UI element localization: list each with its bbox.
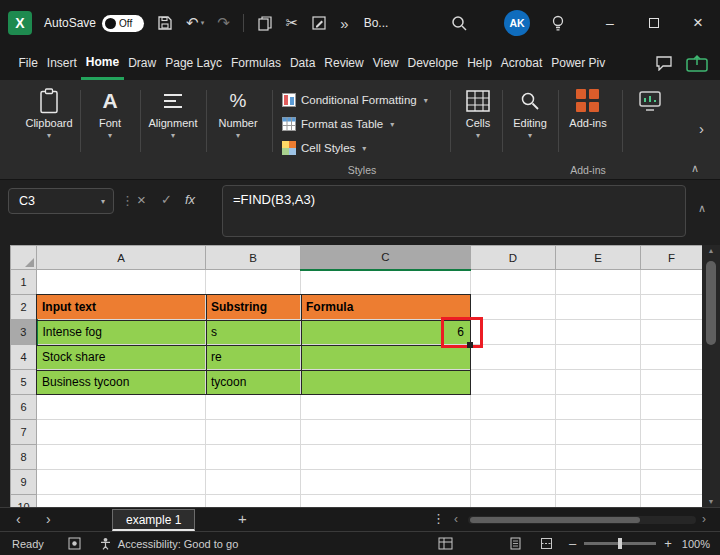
- horizontal-scrollbar-thumb[interactable]: [470, 517, 640, 523]
- cell-C10[interactable]: [301, 495, 471, 508]
- cell-F3[interactable]: [641, 320, 703, 345]
- insert-function-button[interactable]: fx: [185, 192, 195, 207]
- redo-button[interactable]: ↷: [217, 14, 230, 32]
- cell-D2[interactable]: [471, 295, 556, 320]
- zoom-out-button[interactable]: –: [569, 536, 576, 551]
- cell-B7[interactable]: [206, 420, 301, 445]
- cell-E9[interactable]: [556, 470, 641, 495]
- cell-D4[interactable]: [471, 345, 556, 370]
- cell-E8[interactable]: [556, 445, 641, 470]
- cell-F6[interactable]: [641, 395, 703, 420]
- cell-A8[interactable]: [37, 445, 206, 470]
- tab-developer[interactable]: Develope: [403, 46, 463, 80]
- alignment-group-button[interactable]: Alignment ▾: [144, 87, 202, 140]
- cell-F4[interactable]: [641, 345, 703, 370]
- cell-E3[interactable]: [556, 320, 641, 345]
- collapse-ribbon-icon[interactable]: ∧: [691, 162, 699, 175]
- comment-button[interactable]: [655, 55, 673, 71]
- cell-E10[interactable]: [556, 495, 641, 508]
- share-button[interactable]: [686, 54, 708, 72]
- tab-home[interactable]: Home: [81, 46, 123, 80]
- zoom-level-label[interactable]: 100%: [682, 538, 710, 550]
- col-header-B[interactable]: B: [206, 246, 301, 270]
- cell-B10[interactable]: [206, 495, 301, 508]
- row-header-5[interactable]: 5: [11, 370, 37, 395]
- draw-tool-button[interactable]: [311, 15, 327, 31]
- hscroll-left-icon[interactable]: ‹: [454, 512, 458, 526]
- format-as-table-button[interactable]: Format as Table ▾: [282, 114, 394, 134]
- hscroll-right-icon[interactable]: ›: [702, 512, 706, 526]
- cell-B2[interactable]: Substring: [206, 295, 301, 320]
- name-box[interactable]: C3 ▾: [8, 188, 114, 214]
- row-header-3[interactable]: 3: [11, 320, 37, 345]
- cell-F8[interactable]: [641, 445, 703, 470]
- cell-E5[interactable]: [556, 370, 641, 395]
- cell-D5[interactable]: [471, 370, 556, 395]
- clipboard-group-button[interactable]: Clipboard ▾: [20, 87, 78, 140]
- sheet-nav-right-icon[interactable]: ›: [46, 511, 51, 527]
- cell-E6[interactable]: [556, 395, 641, 420]
- cell-E7[interactable]: [556, 420, 641, 445]
- cell-F7[interactable]: [641, 420, 703, 445]
- tab-formulas[interactable]: Formulas: [226, 46, 285, 80]
- row-header-4[interactable]: 4: [11, 345, 37, 370]
- cells-group-button[interactable]: Cells ▾: [456, 87, 500, 140]
- tab-draw[interactable]: Draw: [124, 46, 161, 80]
- cell-B1[interactable]: [206, 270, 301, 295]
- more-commands-button[interactable]: »: [340, 15, 348, 32]
- editing-group-button[interactable]: Editing ▾: [506, 87, 554, 140]
- cell-C4[interactable]: [301, 345, 471, 370]
- cell-C5[interactable]: [301, 370, 471, 395]
- cell-B3[interactable]: s: [206, 320, 301, 345]
- tab-help[interactable]: Help: [463, 46, 497, 80]
- cell-F10[interactable]: [641, 495, 703, 508]
- conditional-formatting-button[interactable]: Conditional Formatting ▾: [282, 90, 428, 110]
- normal-view-button[interactable]: [438, 537, 453, 550]
- cancel-button[interactable]: ×: [137, 191, 146, 208]
- formula-input[interactable]: =FIND(B3,A3): [222, 185, 686, 237]
- cell-C9[interactable]: [301, 470, 471, 495]
- cell-D10[interactable]: [471, 495, 556, 508]
- vertical-scrollbar[interactable]: ▲ ▼: [702, 245, 720, 507]
- page-layout-view-button[interactable]: [509, 537, 522, 550]
- sheet-tab[interactable]: example 1: [112, 509, 195, 531]
- cell-C8[interactable]: [301, 445, 471, 470]
- cell-E1[interactable]: [556, 270, 641, 295]
- tell-me-button[interactable]: [550, 14, 566, 32]
- number-group-button[interactable]: % Number ▾: [210, 87, 266, 140]
- scroll-down-icon[interactable]: ▼: [702, 498, 720, 505]
- save-button[interactable]: [157, 15, 173, 31]
- cell-styles-button[interactable]: Cell Styles ▾: [282, 138, 366, 158]
- cell-A4[interactable]: Stock share: [37, 345, 206, 370]
- minimize-button[interactable]: –: [588, 0, 632, 46]
- zoom-in-button[interactable]: +: [664, 536, 672, 551]
- accessibility-checker-button[interactable]: Accessibility: Good to go: [99, 537, 238, 550]
- tab-file[interactable]: File: [14, 46, 42, 80]
- tab-view[interactable]: View: [368, 46, 403, 80]
- row-header-9[interactable]: 9: [11, 470, 37, 495]
- tab-review[interactable]: Review: [320, 46, 368, 80]
- avatar[interactable]: AK: [504, 10, 530, 36]
- row-header-8[interactable]: 8: [11, 445, 37, 470]
- cell-D6[interactable]: [471, 395, 556, 420]
- cell-A6[interactable]: [37, 395, 206, 420]
- cell-F5[interactable]: [641, 370, 703, 395]
- tab-insert[interactable]: Insert: [42, 46, 81, 80]
- cell-A7[interactable]: [37, 420, 206, 445]
- cell-A3[interactable]: Intense fog: [37, 320, 206, 345]
- cell-B9[interactable]: [206, 470, 301, 495]
- cell-D3[interactable]: [471, 320, 556, 345]
- copy-button[interactable]: [257, 15, 273, 31]
- horizontal-scrollbar[interactable]: [468, 516, 696, 524]
- fill-handle[interactable]: [467, 342, 473, 348]
- excel-logo-icon[interactable]: X: [8, 11, 32, 35]
- close-button[interactable]: ×: [676, 0, 720, 46]
- cell-A1[interactable]: [37, 270, 206, 295]
- cell-D9[interactable]: [471, 470, 556, 495]
- cell-D1[interactable]: [471, 270, 556, 295]
- tab-power-pivot[interactable]: Power Piv: [547, 46, 610, 80]
- cell-F1[interactable]: [641, 270, 703, 295]
- macro-record-button[interactable]: [68, 537, 81, 550]
- select-all-corner[interactable]: [11, 246, 37, 270]
- row-header-10[interactable]: 10: [11, 495, 37, 508]
